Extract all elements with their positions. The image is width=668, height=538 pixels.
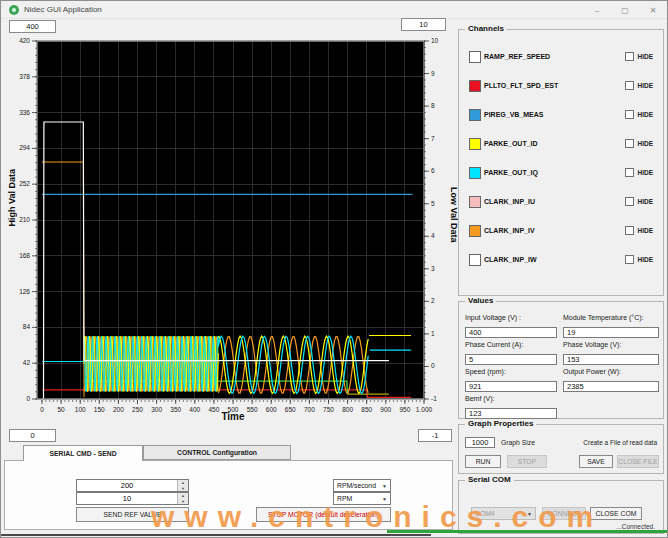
create-file-label: Create a File of read data	[583, 439, 657, 446]
graph-size-label: Graph Size	[501, 439, 535, 446]
close-file-button[interactable]: CLOSE FILE	[617, 455, 659, 468]
svg-text:10: 10	[431, 37, 439, 44]
close-com-button[interactable]: CLOSE COM	[590, 507, 642, 520]
rate-unit-value: RPM/second	[337, 482, 376, 489]
svg-text:378: 378	[19, 73, 30, 80]
module-temperature-field[interactable]	[563, 327, 659, 338]
speed-field[interactable]	[465, 381, 557, 392]
bottom-scrollbar[interactable]	[1, 534, 431, 536]
values-group: Values Input Voltage (V) : Phase Current…	[458, 301, 664, 419]
svg-text:7: 7	[431, 135, 435, 142]
stepper-down-icon[interactable]: ▼	[178, 499, 188, 505]
left-axis-title: High Val Data	[7, 169, 17, 227]
channel-color-swatch	[469, 51, 481, 63]
svg-text:42: 42	[23, 359, 31, 366]
field-label: Bemf (V):	[465, 395, 557, 402]
channel-row: RAMP_REF_SPEED HIDE	[469, 50, 653, 63]
channel-row: PLLTO_FLT_SPD_EST HIDE	[469, 79, 653, 92]
channel-color-swatch	[469, 109, 481, 121]
save-button[interactable]: SAVE	[579, 455, 613, 468]
svg-text:0: 0	[26, 395, 30, 402]
stop-button[interactable]: STOP	[507, 455, 547, 468]
high-axis-max-input[interactable]: 400	[9, 20, 56, 33]
connect-button[interactable]: CONNECT	[542, 507, 586, 520]
hide-checkbox[interactable]	[625, 226, 634, 235]
send-ref-value-button[interactable]: SEND REF VALUE	[76, 507, 189, 522]
channel-name: CLARK_INP_IU	[484, 198, 535, 205]
low-axis-max-input[interactable]: 10	[401, 18, 446, 31]
svg-text:6: 6	[431, 167, 435, 174]
svg-text:84: 84	[23, 323, 31, 330]
input-voltage-field[interactable]	[465, 327, 557, 338]
x-axis-title: Time	[42, 411, 424, 422]
hide-label: HIDE	[637, 140, 653, 147]
channel-name: PARKE_OUT_IQ	[484, 169, 538, 176]
app-window: Nidec GUI Application – ▢ ✕ 400 10 0 -1 …	[0, 0, 668, 538]
hide-label: HIDE	[637, 53, 653, 60]
serial-com-title: Serial COM	[465, 475, 514, 484]
close-icon[interactable]: ✕	[639, 1, 667, 19]
channel-name: PARKE_OUT_ID	[484, 140, 538, 147]
step-value-input[interactable]	[77, 493, 177, 504]
com-port-dropdown[interactable]: COM4▼	[471, 507, 536, 520]
rate-unit-dropdown[interactable]: RPM/second▼	[333, 479, 391, 492]
channel-name: PIREG_VB_MEAS	[484, 111, 544, 118]
hide-checkbox[interactable]	[625, 168, 634, 177]
minimize-icon[interactable]: –	[583, 1, 611, 19]
svg-text:420: 420	[19, 37, 30, 44]
hide-label: HIDE	[637, 82, 653, 89]
maximize-icon[interactable]: ▢	[611, 1, 639, 19]
channels-group: Channels RAMP_REF_SPEED HIDE PLLTO_FLT_S…	[458, 29, 664, 296]
svg-text:5: 5	[431, 200, 435, 207]
channel-name: CLARK_INP_IV	[484, 227, 535, 234]
hide-checkbox[interactable]	[625, 255, 634, 264]
graph-size-input[interactable]	[465, 437, 495, 448]
svg-text:0: 0	[431, 362, 435, 369]
svg-text:2: 2	[431, 297, 435, 304]
hide-checkbox[interactable]	[625, 110, 634, 119]
window-title: Nidec GUI Application	[24, 5, 102, 14]
hide-label: HIDE	[637, 256, 653, 263]
output-power-field[interactable]	[563, 381, 659, 392]
bemf-field[interactable]	[465, 408, 557, 419]
unit-dropdown[interactable]: RPM▼	[333, 492, 391, 505]
field-label: Module Temperature (°C):	[563, 314, 659, 321]
hide-checkbox[interactable]	[625, 52, 634, 61]
watermark-underline	[387, 530, 667, 533]
channel-color-swatch	[469, 167, 481, 179]
channel-name: CLARK_INP_IW	[484, 256, 537, 263]
svg-text:-1: -1	[431, 395, 437, 402]
tab-control-configuration[interactable]: CONTROL Configuration	[143, 445, 291, 460]
hide-checkbox[interactable]	[625, 81, 634, 90]
channel-color-swatch	[469, 196, 481, 208]
stepper-down-icon[interactable]: ▼	[178, 486, 188, 492]
field-label: Phase Voltage (V):	[563, 341, 659, 348]
svg-text:252: 252	[19, 180, 30, 187]
phase-current-field[interactable]	[465, 354, 557, 365]
graph-properties-title: Graph Properties	[465, 419, 536, 428]
run-button[interactable]: RUN	[465, 455, 501, 468]
hide-checkbox[interactable]	[625, 197, 634, 206]
channel-row: PARKE_OUT_IQ HIDE	[469, 166, 653, 179]
tab-serial-cmd-send[interactable]: SERIAL CMD - SEND	[23, 445, 143, 461]
phase-voltage-field[interactable]	[563, 354, 659, 365]
field-label: Input Voltage (V) :	[465, 314, 557, 321]
hide-label: HIDE	[637, 227, 653, 234]
hide-label: HIDE	[637, 111, 653, 118]
channel-row: CLARK_INP_IW HIDE	[469, 253, 653, 266]
svg-text:294: 294	[19, 144, 30, 151]
svg-text:8: 8	[431, 102, 435, 109]
channel-row: PARKE_OUT_ID HIDE	[469, 137, 653, 150]
step-value-stepper[interactable]: ▲▼	[76, 492, 189, 505]
com-port-value: COM4	[475, 510, 495, 517]
hide-checkbox[interactable]	[625, 139, 634, 148]
stop-motor-button[interactable]: STOP MOTOR (default deceleration)	[256, 507, 391, 522]
channel-color-swatch	[469, 138, 481, 150]
ref-value-stepper[interactable]: ▲▼	[76, 479, 189, 492]
chevron-down-icon: ▼	[382, 483, 387, 489]
high-axis-min-input[interactable]: 0	[9, 429, 56, 442]
serial-com-group: Serial COM COM4▼ CONNECT CLOSE COM ...Co…	[458, 480, 664, 534]
channels-title: Channels	[465, 24, 507, 33]
ref-value-input[interactable]	[77, 480, 177, 491]
low-axis-min-input[interactable]: -1	[418, 429, 452, 442]
